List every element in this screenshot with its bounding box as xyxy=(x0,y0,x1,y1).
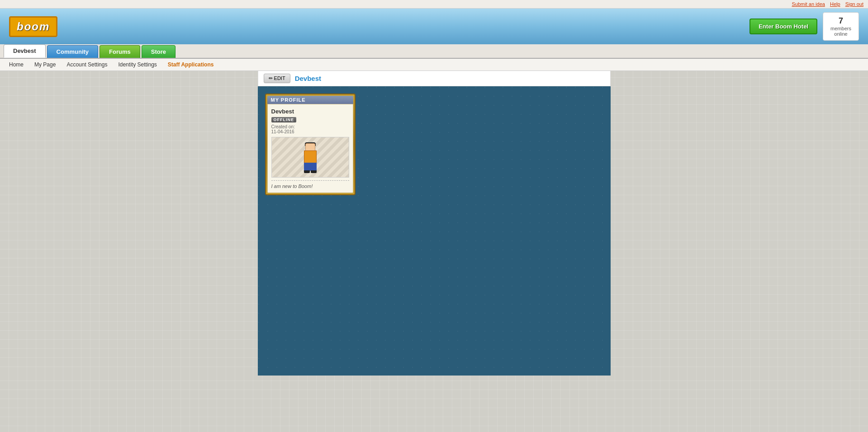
members-online-box: 7 members online xyxy=(823,12,859,41)
subnav-my-page[interactable]: My Page xyxy=(29,59,61,70)
avatar-shoe-right xyxy=(311,170,317,173)
profile-created-date: 11-04-2016 xyxy=(271,129,294,134)
members-label: members xyxy=(830,26,851,31)
edit-button[interactable]: ✏ EDIT xyxy=(264,74,290,83)
header-right: Enter Boom Hotel 7 members online xyxy=(749,12,859,41)
top-utility-bar: Submit an idea Help Sign out xyxy=(0,0,868,9)
profile-card-inner: Devbest OFFLINE Created on: 11-04-2016 xyxy=(267,104,353,193)
online-status-badge: OFFLINE xyxy=(271,117,297,122)
members-online-label: online xyxy=(834,31,847,37)
avatar-figure xyxy=(301,143,319,177)
profile-created-on: Created on: 11-04-2016 xyxy=(271,124,349,134)
avatar-pants xyxy=(304,163,317,171)
enter-hotel-button[interactable]: Enter Boom Hotel xyxy=(749,19,817,34)
nav-tab-store[interactable]: Store xyxy=(142,45,175,58)
main-content-area: MY PROFILE Devbest OFFLINE Created on: 1… xyxy=(258,86,611,376)
site-header: boom Enter Boom Hotel 7 members online xyxy=(0,9,868,44)
nav-tab-devbest[interactable]: Devbest xyxy=(4,44,46,58)
profile-username: Devbest xyxy=(271,108,349,115)
subnav-identity-settings[interactable]: Identity Settings xyxy=(113,59,162,70)
subnav-home[interactable]: Home xyxy=(4,59,29,70)
subnav-staff-applications[interactable]: Staff Applications xyxy=(162,59,219,70)
submit-idea-link[interactable]: Submit an idea xyxy=(792,1,825,7)
members-count: 7 xyxy=(830,16,852,26)
page-title-bar: ✏ EDIT Devbest xyxy=(258,71,611,86)
page-wrapper: ✏ EDIT Devbest MY PROFILE Devbest OFFLIN… xyxy=(258,71,611,376)
nav-tab-community[interactable]: Community xyxy=(47,45,99,58)
page-title-username: Devbest xyxy=(295,75,321,82)
help-link[interactable]: Help xyxy=(830,1,840,7)
profile-card-header: MY PROFILE xyxy=(267,96,353,104)
avatar-shoe-left xyxy=(304,170,310,173)
subnav-account-settings[interactable]: Account Settings xyxy=(61,59,113,70)
site-logo[interactable]: boom xyxy=(9,16,57,37)
avatar-area xyxy=(271,137,349,178)
profile-divider xyxy=(271,180,349,181)
content-layout: MY PROFILE Devbest OFFLINE Created on: 1… xyxy=(265,94,603,195)
nav-tab-forums[interactable]: Forums xyxy=(100,45,140,58)
avatar-body xyxy=(304,150,317,163)
profile-card: MY PROFILE Devbest OFFLINE Created on: 1… xyxy=(265,94,356,195)
sign-out-link[interactable]: Sign out xyxy=(845,1,863,7)
main-navigation: Devbest Community Forums Store xyxy=(0,44,868,59)
sub-navigation: Home My Page Account Settings Identity S… xyxy=(0,59,868,71)
profile-bio: I am new to Boom! xyxy=(271,183,349,189)
